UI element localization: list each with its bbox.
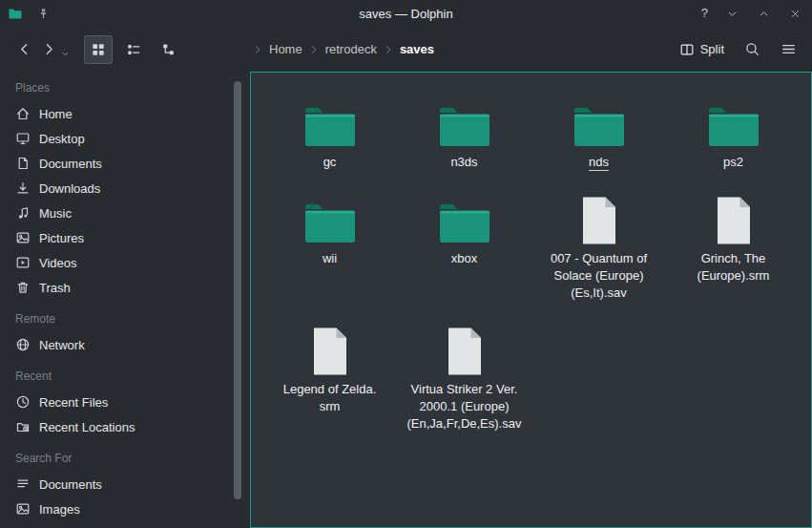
search-button[interactable] [739,37,764,62]
sidebar-item-home[interactable]: Home [8,101,229,126]
sidebar-item-pictures[interactable]: Pictures [8,225,229,250]
nav-buttons [11,37,71,62]
sidebar-item-label: Documents [39,157,102,171]
breadcrumb-separator-icon [383,44,394,55]
sidebar-item-videos[interactable]: Videos [8,250,229,275]
folder-icon [437,86,492,149]
sidebar-item-network[interactable]: Network [8,332,229,357]
sidebar-section-recent: Recent [8,357,229,390]
titlebar-left [8,0,51,27]
view-mode-buttons [84,35,183,64]
file-label: nds [589,154,609,171]
sidebar-item-recent-locations[interactable]: Recent Locations [8,414,229,439]
breadcrumb-retrodeck[interactable]: retrodeck [323,42,380,56]
breadcrumb-home[interactable]: Home [266,42,305,56]
scrollbar-thumb[interactable] [234,81,241,499]
close-button[interactable] [787,6,802,21]
network-icon [15,337,31,352]
sidebar-item-label: Music [39,206,72,221]
music-icon [15,205,31,221]
file-grid: gcn3dsndsps2wiixbox007 - Quantum ofSolac… [251,73,811,433]
folder-icon [706,86,761,149]
file-icon [714,182,754,245]
file-legend-of-zelda-srm[interactable]: Legend of Zelda.srm [262,313,397,415]
forward-button[interactable] [36,37,61,62]
toolbar-right: Split [676,37,801,62]
tree-view-button[interactable] [155,35,183,64]
sidebar-section-places: Places [8,79,229,101]
folder-n3ds[interactable]: n3ds [397,86,531,171]
sidebar-item-documents[interactable]: Documents [8,472,229,496]
sidebar-item-label: Images [39,502,80,517]
breadcrumb-separator-icon [308,44,320,55]
main-toolbar: Homeretrodecksaves Split [0,27,812,72]
sidebar-item-label: Desktop [39,132,85,146]
sidebar-item-label: Trash [39,281,71,295]
downloads-icon [15,180,31,196]
breadcrumb-separator-icon [252,44,263,55]
sidebar-item-label: Videos [39,256,77,270]
sidebar-item-desktop[interactable]: Desktop [8,126,229,151]
file-view[interactable]: gcn3dsndsps2wiixbox007 - Quantum ofSolac… [250,72,812,528]
folder-ps2[interactable]: ps2 [666,86,801,171]
sidebar-item-music[interactable]: Music [8,201,229,225]
file-icon [310,313,350,376]
folder-xbox[interactable]: xbox [397,182,531,267]
sidebar-item-images[interactable]: Images [8,496,229,521]
file-label: Virtua Striker 2 Ver.2000.1 (Europe)(En,… [407,381,522,433]
sidebar-item-audio[interactable]: Audio [8,521,229,528]
window-controls: ? [701,0,802,27]
hamburger-menu-button[interactable] [776,37,801,62]
file-label: Grinch, The(Europe).srm [697,250,770,285]
breadcrumb-saves[interactable]: saves [397,42,437,56]
sidebar-item-documents[interactable]: Documents [8,151,229,176]
dolphin-window: saves — Dolphin ? Homeretrodecksaves Spl… [0,0,812,528]
file-label: n3ds [450,154,477,171]
doc-lines-icon [15,476,31,492]
pictures-icon [15,501,31,517]
history-caret-icon[interactable] [61,37,71,62]
sidebar-scrollbar[interactable] [234,79,241,528]
split-button[interactable]: Split [676,38,728,61]
breadcrumb: Homeretrodecksaves [252,42,676,56]
file-virtua-striker-2-ver-2000-1-europe-en-ja-fr-de-es-sav[interactable]: Virtua Striker 2 Ver.2000.1 (Europe)(En,… [397,313,531,433]
sidebar-section-search-for: Search For [8,439,229,472]
titlebar: saves — Dolphin ? [0,0,812,27]
sidebar-item-label: Documents [39,477,102,492]
help-button[interactable]: ? [701,6,708,21]
recent-files-icon [15,394,31,410]
file-label: xbox [451,250,477,267]
folder-icon [302,86,358,149]
file-007-quantum-of-solace-europe-es-it-sav[interactable]: 007 - Quantum ofSolace (Europe)(Es,It).s… [531,182,666,302]
folder-icon [572,86,627,149]
minimize-button[interactable] [724,6,739,21]
folder-gc[interactable]: gc [262,86,397,171]
folder-wii[interactable]: wii [262,182,397,267]
sidebar-item-trash[interactable]: Trash [8,275,229,300]
app-icon [8,6,23,21]
sidebar-item-label: Pictures [39,231,84,245]
sidebar-item-label: Recent Files [39,395,108,410]
sidebar-item-label: Home [39,107,73,121]
sidebar-item-recent-files[interactable]: Recent Files [8,390,229,414]
desktop-icon [15,131,31,146]
home-icon [15,106,31,121]
details-view-button[interactable] [119,35,148,64]
maximize-button[interactable] [756,6,771,21]
places-panel: PlacesHomeDesktopDocumentsDownloadsMusic… [0,72,229,528]
split-view-icon [679,42,695,57]
folder-icon [302,182,358,245]
file-icon [445,313,485,376]
file-icon [579,182,619,245]
folder-nds[interactable]: nds [531,86,666,171]
back-button[interactable] [11,37,36,62]
file-label: Legend of Zelda.srm [283,381,377,415]
icons-view-button[interactable] [84,35,113,64]
file-label: wii [323,250,337,267]
pin-icon[interactable] [35,6,51,21]
sidebar-item-downloads[interactable]: Downloads [8,176,229,201]
file-label: gc [323,154,337,171]
sidebar-item-label: Network [39,338,85,352]
file-grinch-the-europe-srm[interactable]: Grinch, The(Europe).srm [666,182,801,285]
split-label: Split [700,42,724,56]
